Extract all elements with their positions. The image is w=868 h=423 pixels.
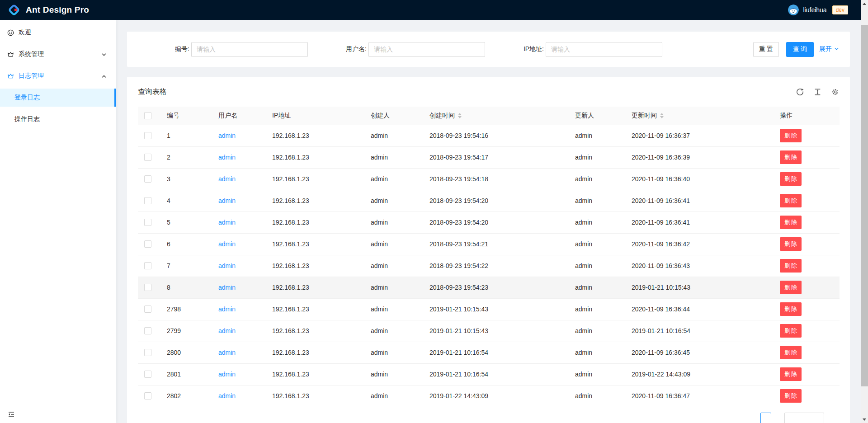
username-link[interactable]: admin xyxy=(218,392,236,400)
pagination-size-select[interactable] xyxy=(784,413,824,423)
table-row: 3 admin 192.168.1.23 admin 2018-09-23 19… xyxy=(138,168,840,190)
row-checkbox[interactable] xyxy=(144,327,151,334)
row-checkbox[interactable] xyxy=(144,262,151,269)
delete-button[interactable]: 删除 xyxy=(780,172,802,186)
cell-ip: 192.168.1.23 xyxy=(265,277,363,298)
delete-button[interactable]: 删除 xyxy=(780,281,802,294)
pagination-page-1-button[interactable] xyxy=(760,413,771,423)
filter-label-id: 编号: xyxy=(138,45,191,53)
filter-input-id[interactable] xyxy=(191,42,308,57)
row-checkbox[interactable] xyxy=(144,132,151,139)
settings-gear-icon[interactable] xyxy=(831,88,839,96)
username-link[interactable]: admin xyxy=(218,327,236,334)
cell-updated-time: 2019-01-21 10:16:54 xyxy=(624,320,773,342)
username-link[interactable]: admin xyxy=(218,219,236,226)
filter-input-ip[interactable] xyxy=(546,42,662,57)
cell-updater: admin xyxy=(568,342,624,363)
cell-created-time: 2019-01-21 10:16:54 xyxy=(422,342,568,363)
column-header-created-time[interactable]: 创建时间 xyxy=(422,107,568,125)
cell-creator: admin xyxy=(363,168,422,190)
delete-button[interactable]: 删除 xyxy=(780,367,802,381)
sidebar-item-welcome[interactable]: 欢迎 xyxy=(0,24,116,42)
delete-button[interactable]: 删除 xyxy=(780,216,802,229)
log-table: 编号 用户名 IP地址 创建人 创建时间 更新人 xyxy=(138,107,840,407)
row-checkbox[interactable] xyxy=(144,284,151,291)
username-link[interactable]: admin xyxy=(218,240,236,248)
username-link[interactable]: admin xyxy=(218,262,236,269)
row-checkbox[interactable] xyxy=(144,392,151,400)
username-link[interactable]: admin xyxy=(218,154,236,161)
username-link[interactable]: admin xyxy=(218,371,236,378)
delete-button[interactable]: 删除 xyxy=(780,237,802,251)
cell-creator: admin xyxy=(363,125,422,146)
row-checkbox[interactable] xyxy=(144,175,151,183)
column-height-icon[interactable] xyxy=(814,88,821,96)
cell-updater: admin xyxy=(568,320,624,342)
username-link[interactable]: admin xyxy=(218,132,236,139)
row-checkbox[interactable] xyxy=(144,219,151,226)
row-checkbox[interactable] xyxy=(144,154,151,161)
cell-updated-time: 2020-11-09 16:36:39 xyxy=(624,146,773,168)
scrollbar-down-arrow-icon[interactable] xyxy=(861,416,868,423)
sidebar-item-log-management[interactable]: 日志管理 xyxy=(0,67,116,85)
cell-updater: admin xyxy=(568,277,624,298)
cell-created-time: 2019-01-22 14:43:09 xyxy=(422,385,568,407)
column-header-creator: 创建人 xyxy=(363,107,422,125)
cell-ip: 192.168.1.23 xyxy=(265,363,363,385)
row-checkbox[interactable] xyxy=(144,371,151,378)
username-link[interactable]: admin xyxy=(218,175,236,183)
row-checkbox[interactable] xyxy=(144,197,151,204)
user-avatar xyxy=(788,5,799,15)
logo-area[interactable]: Ant Design Pro xyxy=(8,4,89,16)
column-header-updater: 更新人 xyxy=(568,107,624,125)
sidebar-item-system-management[interactable]: 系统管理 xyxy=(0,45,116,63)
delete-button[interactable]: 删除 xyxy=(780,346,802,359)
table-row: 2798 admin 192.168.1.23 admin 2019-01-21… xyxy=(138,298,840,320)
column-header-ip: IP地址 xyxy=(265,107,363,125)
cell-updated-time: 2020-11-09 16:36:37 xyxy=(624,125,773,146)
sidebar-item-operation-log[interactable]: 操作日志 xyxy=(0,110,116,128)
filter-input-username[interactable] xyxy=(368,42,485,57)
vertical-scrollbar[interactable] xyxy=(861,0,868,423)
delete-button[interactable]: 删除 xyxy=(780,194,802,207)
query-button[interactable]: 查询 xyxy=(786,42,814,57)
expand-link[interactable]: 展开 xyxy=(819,45,839,53)
cell-updater: admin xyxy=(568,125,624,146)
sidebar-item-login-log[interactable]: 登录日志 xyxy=(0,89,116,107)
row-checkbox[interactable] xyxy=(144,306,151,313)
cell-updater: admin xyxy=(568,385,624,407)
delete-button[interactable]: 删除 xyxy=(780,150,802,164)
delete-button[interactable]: 删除 xyxy=(780,302,802,316)
cell-updater: admin xyxy=(568,146,624,168)
username-link[interactable]: admin xyxy=(218,306,236,313)
cell-updater: admin xyxy=(568,212,624,233)
cell-ip: 192.168.1.23 xyxy=(265,146,363,168)
cell-creator: admin xyxy=(363,190,422,212)
sidebar-collapse-trigger[interactable] xyxy=(0,406,116,423)
reload-icon[interactable] xyxy=(796,88,804,96)
select-all-checkbox[interactable] xyxy=(144,112,151,119)
user-menu[interactable]: liufeihua dev xyxy=(788,5,848,15)
delete-button[interactable]: 删除 xyxy=(780,324,802,338)
crown-icon xyxy=(7,51,14,58)
scrollbar-up-arrow-icon[interactable] xyxy=(861,0,868,7)
table-header-row: 编号 用户名 IP地址 创建人 创建时间 更新人 xyxy=(138,107,840,125)
env-badge: dev xyxy=(832,5,848,14)
row-checkbox[interactable] xyxy=(144,349,151,356)
delete-button[interactable]: 删除 xyxy=(780,259,802,273)
filter-field-ip: IP地址: xyxy=(492,42,670,57)
username-link[interactable]: admin xyxy=(218,284,236,291)
sorter-icon[interactable] xyxy=(458,113,462,118)
cell-created-time: 2018-09-23 19:54:23 xyxy=(422,277,568,298)
username-link[interactable]: admin xyxy=(218,349,236,356)
cell-id: 7 xyxy=(160,255,211,277)
row-checkbox[interactable] xyxy=(144,240,151,248)
column-header-updated-time[interactable]: 更新时间 xyxy=(624,107,773,125)
username-link[interactable]: admin xyxy=(218,197,236,204)
cell-created-time: 2018-09-23 19:54:20 xyxy=(422,212,568,233)
reset-button[interactable]: 重置 xyxy=(753,42,779,57)
delete-button[interactable]: 删除 xyxy=(780,389,802,403)
delete-button[interactable]: 删除 xyxy=(780,129,802,142)
scrollbar-thumb[interactable] xyxy=(861,25,868,386)
sorter-icon[interactable] xyxy=(660,113,664,118)
